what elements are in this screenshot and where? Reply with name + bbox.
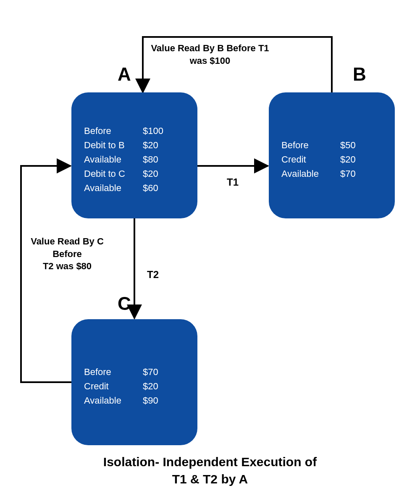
node-c-box: Before$70 Credit$20 Available$90	[71, 319, 197, 445]
node-b-row: Credit$20	[281, 152, 382, 167]
edge-label-t2: T2	[147, 269, 159, 281]
row-label: Before	[84, 124, 143, 138]
row-label: Available	[84, 181, 143, 195]
node-c-row: Before$70	[84, 365, 185, 379]
node-a-row: Debit to C$20	[84, 167, 185, 181]
row-value: $60	[143, 181, 172, 195]
node-c-row: Credit$20	[84, 379, 185, 394]
row-value: $70	[143, 365, 172, 379]
annotation-line: Value Read By C	[31, 236, 104, 247]
row-label: Credit	[84, 379, 143, 394]
row-value: $50	[340, 138, 370, 152]
row-value: $20	[143, 379, 172, 394]
row-label: Before	[281, 138, 340, 152]
annotation-line: Before	[52, 249, 82, 259]
node-a-row: Debit to B$20	[84, 138, 185, 152]
row-label: Credit	[281, 152, 340, 167]
node-b-row: Before$50	[281, 138, 382, 152]
node-c-row: Available$90	[84, 394, 185, 408]
node-b-label: B	[353, 64, 366, 85]
caption-line: T1 & T2 by A	[172, 472, 248, 486]
row-value: $100	[143, 124, 172, 138]
edge-label-t1: T1	[227, 176, 239, 188]
row-value: $20	[340, 152, 370, 167]
row-label: Available	[84, 394, 143, 408]
node-a-label: A	[118, 64, 131, 85]
node-a-row: Before$100	[84, 124, 185, 138]
edge-c-reads-a	[21, 166, 71, 382]
annotation-line: T2 was $80	[43, 261, 92, 271]
node-a-row: Available$60	[84, 181, 185, 195]
node-b-row: Available$70	[281, 167, 382, 181]
row-label: Debit to B	[84, 138, 143, 152]
row-value: $20	[143, 138, 172, 152]
row-label: Available	[281, 167, 340, 181]
annotation-read-by-c: Value Read By C Before T2 was $80	[25, 235, 109, 273]
row-value: $90	[143, 394, 172, 408]
diagram-caption: Isolation- Independent Execution of T1 &…	[0, 454, 420, 488]
node-b-box: Before$50 Credit$20 Available$70	[269, 92, 395, 218]
caption-line: Isolation- Independent Execution of	[103, 455, 317, 469]
node-a-box: Before$100 Debit to B$20 Available$80 De…	[71, 92, 197, 218]
row-label: Debit to C	[84, 167, 143, 181]
node-c-label: C	[118, 293, 131, 314]
row-label: Before	[84, 365, 143, 379]
row-label: Available	[84, 152, 143, 167]
row-value: $80	[143, 152, 172, 167]
node-a-row: Available$80	[84, 152, 185, 167]
annotation-read-by-b: Value Read By B Before T1 was $100	[143, 42, 277, 67]
row-value: $70	[340, 167, 370, 181]
row-value: $20	[143, 167, 172, 181]
